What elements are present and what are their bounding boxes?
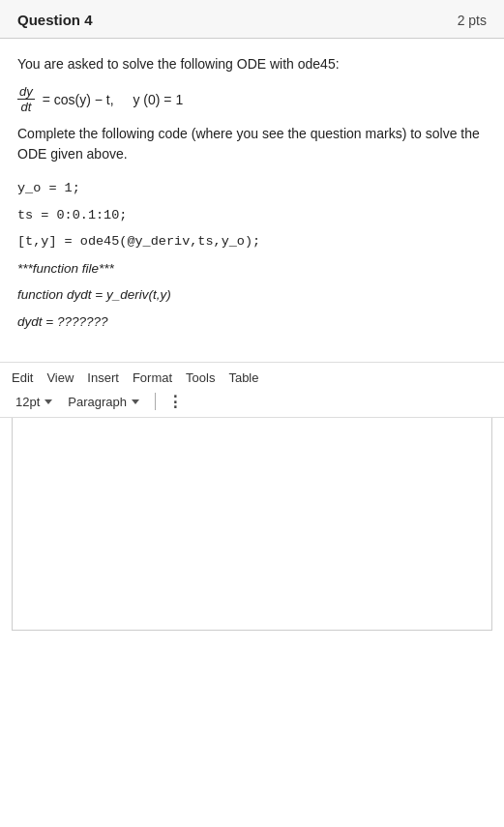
initial-condition: y (0) = 1 [133, 92, 183, 107]
code-line-2: ts = 0:0.1:10; [17, 205, 487, 226]
fraction-numerator: dy [17, 84, 35, 100]
more-options-button[interactable]: ⋮ [167, 393, 184, 411]
page-container: Question 4 2 pts You are asked to solve … [0, 0, 504, 827]
menu-tools[interactable]: Tools [186, 370, 215, 385]
code-line-3: [t,y] = ode45(@y_deriv,ts,y_o); [17, 231, 487, 252]
paragraph-value: Paragraph [68, 395, 127, 409]
editor-menu: Edit View Insert Format Tools Table [12, 370, 492, 385]
intro-text: You are asked to solve the following ODE… [17, 54, 487, 74]
paragraph-select[interactable]: Paragraph [64, 393, 143, 411]
menu-view[interactable]: View [46, 370, 74, 385]
format-bar-divider [155, 393, 156, 410]
code-line-4: function dydt = y_deriv(t,y) [17, 284, 487, 306]
equation-middle: = cos(y) − t, [43, 92, 114, 107]
description-text: Complete the following code (where you s… [17, 124, 487, 164]
editor-toolbar: Edit View Insert Format Tools Table 12pt… [0, 363, 504, 418]
editor-format-bar: 12pt Paragraph ⋮ [12, 393, 492, 411]
font-size-select[interactable]: 12pt [12, 393, 56, 411]
points-label: 2 pts [458, 13, 487, 28]
math-equation: dy dt = cos(y) − t, y (0) = 1 [17, 84, 487, 114]
paragraph-chevron-icon [132, 399, 139, 404]
question-title: Question 4 [17, 12, 93, 28]
function-file-comment: ***function file*** [17, 258, 487, 280]
fraction-denominator: dt [18, 100, 33, 114]
menu-edit[interactable]: Edit [12, 370, 33, 385]
code-line-5: dydt = ??????? [17, 311, 487, 333]
menu-format[interactable]: Format [133, 370, 172, 385]
question-content: You are asked to solve the following ODE… [0, 39, 504, 348]
font-size-chevron-icon [44, 399, 52, 404]
fraction: dy dt [17, 84, 35, 114]
menu-table[interactable]: Table [228, 370, 258, 385]
question-header: Question 4 2 pts [0, 0, 504, 39]
editor-content-area[interactable] [12, 418, 492, 631]
menu-insert[interactable]: Insert [87, 370, 119, 385]
font-size-value: 12pt [15, 395, 40, 409]
code-line-1: y_o = 1; [17, 178, 487, 199]
